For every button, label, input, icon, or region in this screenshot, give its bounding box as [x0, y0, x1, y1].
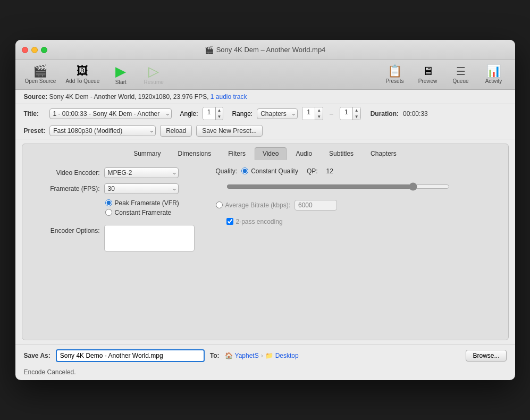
- angle-down-btn[interactable]: ▼: [216, 114, 223, 120]
- constant-framerate-radio[interactable]: Constant Framerate: [105, 209, 195, 216]
- open-source-button[interactable]: Open Source: [21, 63, 61, 86]
- tab-filters[interactable]: Filters: [220, 147, 254, 160]
- audio-track-link[interactable]: 1 audio track: [211, 93, 247, 100]
- range-type-select[interactable]: Chapters: [257, 108, 298, 119]
- title-select[interactable]: 1 - 00:00:33 - Sony 4K Dem - Another Wor…: [49, 108, 172, 119]
- tab-summary[interactable]: Summary: [125, 147, 169, 160]
- angle-up-btn[interactable]: ▲: [216, 107, 223, 113]
- framerate-label: Framerate (FPS):: [31, 185, 100, 192]
- duration-label: Duration:: [371, 110, 399, 117]
- saveas-label: Save As:: [24, 352, 51, 359]
- queue-label: Queue: [452, 78, 468, 84]
- path-folder[interactable]: Desktop: [275, 352, 299, 359]
- tab-video[interactable]: Video: [255, 147, 287, 160]
- twopass-checkbox[interactable]: [226, 218, 233, 225]
- constant-quality-input[interactable]: [241, 167, 248, 174]
- preview-icon: [422, 65, 434, 77]
- range-end-down[interactable]: ▼: [353, 114, 360, 120]
- queue-button[interactable]: Queue: [445, 63, 477, 86]
- peak-framerate-input[interactable]: [105, 199, 112, 206]
- quality-slider-container: [226, 182, 500, 192]
- peak-framerate-label: Peak Framerate (VFR): [115, 199, 179, 207]
- twopass-label: 2-pass encoding: [236, 218, 283, 225]
- qp-label: QP:: [307, 167, 318, 175]
- status-bar: Encode Canceled.: [15, 366, 515, 380]
- angle-label: Angle:: [180, 110, 198, 117]
- bottom-bar: Save As: To: 🏠 YaphetS › 📁 Desktop Brows…: [15, 345, 515, 366]
- right-panel: Quality: Constant Quality QP: 12: [216, 167, 500, 251]
- range-end-stepper[interactable]: 1 ▲ ▼: [340, 107, 361, 120]
- qp-value: 12: [326, 167, 333, 175]
- title-row: Title: 1 - 00:00:33 - Sony 4K Dem - Anot…: [15, 104, 515, 122]
- preset-select[interactable]: Fast 1080p30 (Modified): [49, 125, 156, 136]
- source-label: Source:: [24, 93, 48, 100]
- constant-framerate-input[interactable]: [105, 209, 112, 216]
- range-label: Range:: [232, 110, 253, 117]
- framerate-select[interactable]: 30: [104, 183, 179, 194]
- framerate-row: Framerate (FPS): 30: [31, 183, 195, 194]
- left-panel: Video Encoder: MPEG-2 Framerate (FPS): 3…: [31, 167, 195, 251]
- preview-label: Preview: [418, 78, 438, 84]
- framerate-mode-group: Peak Framerate (VFR) Constant Framerate: [105, 199, 195, 216]
- add-to-queue-label: Add To Queue: [65, 78, 99, 84]
- to-label: To:: [210, 352, 220, 359]
- start-button[interactable]: Start: [105, 62, 137, 87]
- home-icon: 🏠: [225, 352, 233, 359]
- video-fields: Video Encoder: MPEG-2 Framerate (FPS): 3…: [31, 167, 500, 251]
- video-tab-content: Video Encoder: MPEG-2 Framerate (FPS): 3…: [22, 160, 508, 259]
- encoder-select[interactable]: MPEG-2: [104, 167, 179, 178]
- peak-framerate-radio[interactable]: Peak Framerate (VFR): [105, 199, 195, 207]
- encoder-options-input[interactable]: [104, 225, 195, 251]
- range-start-up[interactable]: ▲: [315, 107, 323, 113]
- quality-slider[interactable]: [226, 182, 450, 191]
- add-to-queue-button[interactable]: Add To Queue: [61, 63, 104, 86]
- resume-button[interactable]: Resume: [138, 62, 170, 87]
- preset-label: Preset:: [24, 127, 46, 135]
- range-type-wrapper: Chapters: [257, 108, 298, 119]
- traffic-lights: [22, 47, 47, 53]
- main-window: 🎬 Sony 4K Dem – Another World.mp4 Open S…: [15, 40, 515, 380]
- content-area: Summary Dimensions Filters Video Audio S…: [22, 144, 509, 340]
- encoder-label: Video Encoder:: [31, 169, 100, 177]
- range-end-up[interactable]: ▲: [353, 107, 360, 113]
- activity-button[interactable]: Activity: [478, 63, 510, 86]
- avg-bitrate-label: Average Bitrate (kbps):: [225, 201, 291, 209]
- save-preset-button[interactable]: Save New Preset...: [196, 125, 263, 137]
- tab-dimensions[interactable]: Dimensions: [170, 147, 220, 160]
- play-icon: [115, 64, 126, 78]
- tab-bar: Summary Dimensions Filters Video Audio S…: [22, 144, 508, 160]
- range-end-value: 1: [340, 107, 353, 119]
- avg-bitrate-input[interactable]: [216, 201, 223, 208]
- path-display: 🏠 YaphetS › 📁 Desktop: [225, 352, 299, 359]
- browse-button[interactable]: Browse...: [466, 350, 506, 362]
- range-start-down[interactable]: ▼: [315, 114, 323, 120]
- angle-value: 1: [203, 107, 216, 119]
- maximize-button[interactable]: [41, 47, 47, 53]
- title-select-wrapper: 1 - 00:00:33 - Sony 4K Dem - Another Wor…: [49, 108, 172, 119]
- reload-button[interactable]: Reload: [160, 125, 192, 137]
- preview-button[interactable]: Preview: [412, 63, 444, 86]
- preset-select-wrapper: Fast 1080p30 (Modified): [49, 125, 156, 136]
- avg-bitrate-radio[interactable]: Average Bitrate (kbps):: [216, 201, 291, 209]
- presets-button[interactable]: Presets: [379, 63, 411, 86]
- tab-audio[interactable]: Audio: [288, 147, 320, 160]
- preset-icon: [388, 65, 402, 77]
- tab-subtitles[interactable]: Subtitles: [321, 147, 361, 160]
- resume-icon: [148, 64, 159, 78]
- range-start-stepper[interactable]: 1 ▲ ▼: [302, 107, 323, 120]
- constant-quality-radio[interactable]: Constant Quality: [241, 167, 298, 175]
- bitrate-value-input[interactable]: [295, 200, 337, 211]
- tab-chapters[interactable]: Chapters: [363, 147, 405, 160]
- saveas-input[interactable]: [56, 349, 205, 362]
- path-home[interactable]: YaphetS: [235, 352, 259, 359]
- quality-label: Quality:: [216, 167, 238, 175]
- path-sep: ›: [261, 352, 263, 359]
- status-text: Encode Canceled.: [24, 368, 76, 376]
- activity-icon: [486, 65, 501, 77]
- minimize-button[interactable]: [31, 47, 38, 53]
- angle-stepper[interactable]: 1 ▲ ▼: [203, 107, 224, 120]
- range-start-value: 1: [302, 107, 315, 119]
- constant-framerate-label: Constant Framerate: [115, 209, 172, 216]
- close-button[interactable]: [22, 47, 28, 53]
- encoder-select-wrapper: MPEG-2: [104, 167, 179, 178]
